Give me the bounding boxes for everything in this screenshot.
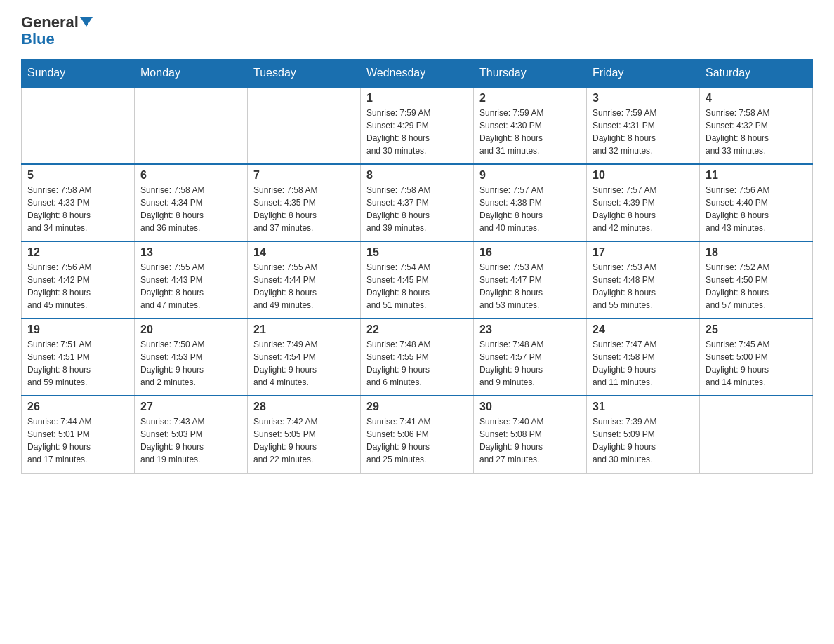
day-number: 1 <box>366 92 468 105</box>
calendar-cell <box>22 87 135 164</box>
day-number: 12 <box>27 246 128 259</box>
day-info: Sunrise: 7:59 AM Sunset: 4:29 PM Dayligh… <box>366 107 468 157</box>
day-info: Sunrise: 7:43 AM Sunset: 5:03 PM Dayligh… <box>140 415 241 466</box>
calendar-cell: 3Sunrise: 7:59 AM Sunset: 4:31 PM Daylig… <box>587 87 700 164</box>
day-number: 21 <box>253 323 355 336</box>
calendar-cell: 1Sunrise: 7:59 AM Sunset: 4:29 PM Daylig… <box>361 87 474 164</box>
day-info: Sunrise: 7:53 AM Sunset: 4:47 PM Dayligh… <box>479 261 581 311</box>
day-number: 31 <box>593 401 694 413</box>
day-number: 3 <box>593 92 694 105</box>
day-number: 8 <box>366 169 468 182</box>
day-number: 16 <box>479 246 581 259</box>
calendar-cell: 12Sunrise: 7:56 AM Sunset: 4:42 PM Dayli… <box>22 241 135 318</box>
calendar-cell <box>135 87 248 164</box>
calendar-cell: 29Sunrise: 7:41 AM Sunset: 5:06 PM Dayli… <box>361 396 474 473</box>
calendar-cell: 25Sunrise: 7:45 AM Sunset: 5:00 PM Dayli… <box>700 318 813 396</box>
calendar-cell: 20Sunrise: 7:50 AM Sunset: 4:53 PM Dayli… <box>135 318 248 396</box>
day-number: 6 <box>140 169 241 182</box>
column-header-monday: Monday <box>135 60 248 88</box>
day-number: 23 <box>479 323 581 336</box>
day-number: 4 <box>706 92 807 105</box>
calendar-cell: 6Sunrise: 7:58 AM Sunset: 4:34 PM Daylig… <box>135 164 248 241</box>
day-info: Sunrise: 7:47 AM Sunset: 4:58 PM Dayligh… <box>593 338 694 389</box>
column-header-thursday: Thursday <box>474 60 587 88</box>
day-info: Sunrise: 7:40 AM Sunset: 5:08 PM Dayligh… <box>479 415 581 466</box>
calendar-cell: 26Sunrise: 7:44 AM Sunset: 5:01 PM Dayli… <box>22 396 135 473</box>
day-number: 9 <box>479 169 581 182</box>
day-info: Sunrise: 7:57 AM Sunset: 4:39 PM Dayligh… <box>593 184 694 234</box>
day-number: 13 <box>140 246 241 259</box>
calendar-cell: 4Sunrise: 7:58 AM Sunset: 4:32 PM Daylig… <box>700 87 813 164</box>
day-number: 15 <box>366 246 468 259</box>
column-header-tuesday: Tuesday <box>248 60 361 88</box>
day-number: 28 <box>253 401 355 413</box>
calendar-cell <box>248 87 361 164</box>
column-header-wednesday: Wednesday <box>361 60 474 88</box>
day-number: 10 <box>593 169 694 182</box>
day-number: 18 <box>706 246 807 259</box>
calendar-cell: 30Sunrise: 7:40 AM Sunset: 5:08 PM Dayli… <box>474 396 587 473</box>
day-number: 5 <box>27 169 128 182</box>
day-number: 22 <box>366 323 468 336</box>
day-number: 17 <box>593 246 694 259</box>
day-number: 29 <box>366 401 468 413</box>
logo: GeneralBlue <box>21 14 93 48</box>
day-info: Sunrise: 7:55 AM Sunset: 4:44 PM Dayligh… <box>253 261 355 311</box>
calendar-cell: 22Sunrise: 7:48 AM Sunset: 4:55 PM Dayli… <box>361 318 474 396</box>
calendar-cell: 17Sunrise: 7:53 AM Sunset: 4:48 PM Dayli… <box>587 241 700 318</box>
day-info: Sunrise: 7:57 AM Sunset: 4:38 PM Dayligh… <box>479 184 581 234</box>
calendar-week-row: 1Sunrise: 7:59 AM Sunset: 4:29 PM Daylig… <box>22 87 813 164</box>
day-number: 27 <box>140 401 241 413</box>
day-number: 25 <box>706 323 807 336</box>
calendar-table: SundayMondayTuesdayWednesdayThursdayFrid… <box>21 59 813 474</box>
day-info: Sunrise: 7:53 AM Sunset: 4:48 PM Dayligh… <box>593 261 694 311</box>
day-info: Sunrise: 7:56 AM Sunset: 4:40 PM Dayligh… <box>706 184 807 234</box>
day-number: 20 <box>140 323 241 336</box>
day-info: Sunrise: 7:48 AM Sunset: 4:57 PM Dayligh… <box>479 338 581 389</box>
calendar-cell: 24Sunrise: 7:47 AM Sunset: 4:58 PM Dayli… <box>587 318 700 396</box>
day-info: Sunrise: 7:45 AM Sunset: 5:00 PM Dayligh… <box>706 338 807 389</box>
day-number: 2 <box>479 92 581 105</box>
calendar-cell: 28Sunrise: 7:42 AM Sunset: 5:05 PM Dayli… <box>248 396 361 473</box>
calendar-cell: 14Sunrise: 7:55 AM Sunset: 4:44 PM Dayli… <box>248 241 361 318</box>
logo-blue-text: Blue <box>21 30 55 48</box>
day-info: Sunrise: 7:41 AM Sunset: 5:06 PM Dayligh… <box>366 415 468 466</box>
day-number: 14 <box>253 246 355 259</box>
day-info: Sunrise: 7:58 AM Sunset: 4:35 PM Dayligh… <box>253 184 355 234</box>
day-info: Sunrise: 7:39 AM Sunset: 5:09 PM Dayligh… <box>593 415 694 466</box>
calendar-cell: 8Sunrise: 7:58 AM Sunset: 4:37 PM Daylig… <box>361 164 474 241</box>
calendar-cell: 27Sunrise: 7:43 AM Sunset: 5:03 PM Dayli… <box>135 396 248 473</box>
day-info: Sunrise: 7:59 AM Sunset: 4:30 PM Dayligh… <box>479 107 581 157</box>
day-info: Sunrise: 7:58 AM Sunset: 4:37 PM Dayligh… <box>366 184 468 234</box>
calendar-cell: 11Sunrise: 7:56 AM Sunset: 4:40 PM Dayli… <box>700 164 813 241</box>
day-number: 30 <box>479 401 581 413</box>
calendar-week-row: 12Sunrise: 7:56 AM Sunset: 4:42 PM Dayli… <box>22 241 813 318</box>
day-info: Sunrise: 7:52 AM Sunset: 4:50 PM Dayligh… <box>706 261 807 311</box>
calendar-week-row: 26Sunrise: 7:44 AM Sunset: 5:01 PM Dayli… <box>22 396 813 473</box>
day-info: Sunrise: 7:50 AM Sunset: 4:53 PM Dayligh… <box>140 338 241 389</box>
day-info: Sunrise: 7:48 AM Sunset: 4:55 PM Dayligh… <box>366 338 468 389</box>
day-number: 19 <box>27 323 128 336</box>
calendar-cell: 2Sunrise: 7:59 AM Sunset: 4:30 PM Daylig… <box>474 87 587 164</box>
day-info: Sunrise: 7:58 AM Sunset: 4:32 PM Dayligh… <box>706 107 807 157</box>
day-number: 7 <box>253 169 355 182</box>
day-info: Sunrise: 7:58 AM Sunset: 4:34 PM Dayligh… <box>140 184 241 234</box>
calendar-cell: 5Sunrise: 7:58 AM Sunset: 4:33 PM Daylig… <box>22 164 135 241</box>
day-info: Sunrise: 7:54 AM Sunset: 4:45 PM Dayligh… <box>366 261 468 311</box>
day-info: Sunrise: 7:55 AM Sunset: 4:43 PM Dayligh… <box>140 261 241 311</box>
calendar-cell: 9Sunrise: 7:57 AM Sunset: 4:38 PM Daylig… <box>474 164 587 241</box>
column-header-saturday: Saturday <box>700 60 813 88</box>
day-info: Sunrise: 7:51 AM Sunset: 4:51 PM Dayligh… <box>27 338 128 389</box>
calendar-cell: 18Sunrise: 7:52 AM Sunset: 4:50 PM Dayli… <box>700 241 813 318</box>
calendar-cell: 15Sunrise: 7:54 AM Sunset: 4:45 PM Dayli… <box>361 241 474 318</box>
logo-triangle-icon <box>80 17 93 27</box>
calendar-cell: 19Sunrise: 7:51 AM Sunset: 4:51 PM Dayli… <box>22 318 135 396</box>
day-info: Sunrise: 7:49 AM Sunset: 4:54 PM Dayligh… <box>253 338 355 389</box>
day-info: Sunrise: 7:59 AM Sunset: 4:31 PM Dayligh… <box>593 107 694 157</box>
calendar-week-row: 5Sunrise: 7:58 AM Sunset: 4:33 PM Daylig… <box>22 164 813 241</box>
calendar-week-row: 19Sunrise: 7:51 AM Sunset: 4:51 PM Dayli… <box>22 318 813 396</box>
calendar-cell: 31Sunrise: 7:39 AM Sunset: 5:09 PM Dayli… <box>587 396 700 473</box>
calendar-header-row: SundayMondayTuesdayWednesdayThursdayFrid… <box>22 60 813 88</box>
day-number: 11 <box>706 169 807 182</box>
calendar-cell <box>700 396 813 473</box>
